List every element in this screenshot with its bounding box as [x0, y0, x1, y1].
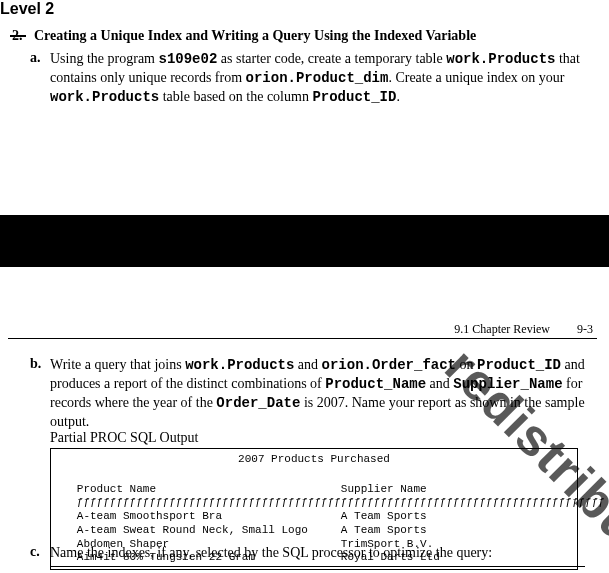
question-2: 2. Creating a Unique Index and Writing a…: [12, 28, 589, 44]
partial-output-label: Partial PROC SQL Output: [50, 430, 198, 446]
page-header: 9.1 Chapter Review 9-3: [454, 322, 593, 337]
item-c: c. Name the indexes, if any, selected by…: [30, 544, 589, 563]
code: work.Products: [446, 51, 555, 67]
code: s109e02: [158, 51, 217, 67]
text: as starter code, create a temporary tabl…: [217, 51, 446, 66]
page-gap: [0, 267, 609, 327]
question-number: 2.: [12, 28, 23, 44]
text: and: [426, 376, 453, 391]
text: on: [456, 357, 477, 372]
code: work.Products: [50, 89, 159, 105]
text: Write a query that joins: [50, 357, 185, 372]
code: Product_ID: [312, 89, 396, 105]
text: table based on the column: [159, 89, 312, 104]
item-a-body: Using the program s109e02 as starter cod…: [50, 50, 589, 107]
item-a-label: a.: [30, 50, 41, 66]
code: Supplier_Name: [453, 376, 562, 392]
item-a: a. Using the program s109e02 as starter …: [30, 50, 589, 107]
code: Product_Name: [325, 376, 426, 392]
divider-bar: [0, 215, 609, 267]
text: and: [294, 357, 321, 372]
page-number: 9-3: [577, 322, 593, 337]
item-b-label: b.: [30, 356, 41, 372]
code: orion.Product_dim: [246, 70, 389, 86]
output-title: 2007 Products Purchased: [57, 453, 571, 467]
code: work.Products: [185, 357, 294, 373]
question-title: Creating a Unique Index and Writing a Qu…: [34, 28, 589, 44]
item-b-body: Write a query that joins work.Products a…: [50, 356, 589, 432]
item-b: b. Write a query that joins work.Product…: [30, 356, 589, 432]
code: Order_Date: [216, 395, 300, 411]
level-heading: Level 2: [0, 0, 54, 18]
code: Product_ID: [477, 357, 561, 373]
header-rule: [8, 338, 597, 339]
item-c-body: Name the indexes, if any, selected by th…: [50, 544, 589, 563]
code: orion.Order_fact: [322, 357, 456, 373]
answer-blank-line: [50, 566, 585, 567]
text: . Create a unique index on your: [388, 70, 564, 85]
text: Using the program: [50, 51, 158, 66]
text: .: [396, 89, 400, 104]
section-name: 9.1 Chapter Review: [454, 322, 550, 336]
item-c-label: c.: [30, 544, 40, 560]
